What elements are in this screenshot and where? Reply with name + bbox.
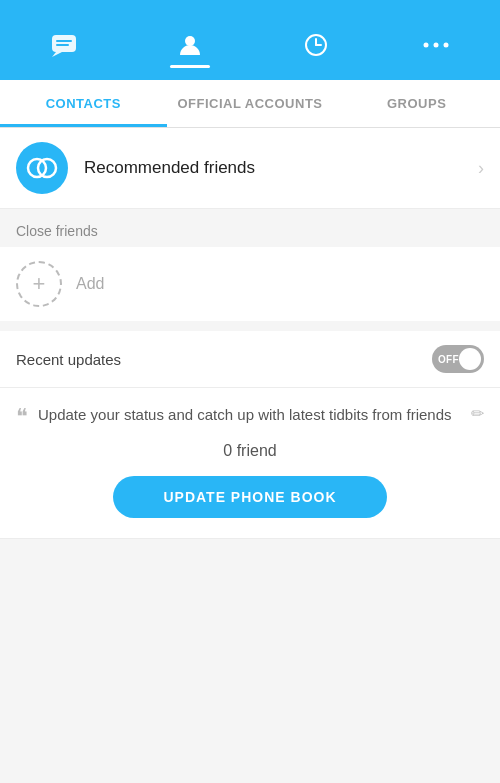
status-section: ❝ Update your status and catch up with l… — [0, 388, 500, 539]
add-friend-button[interactable]: + — [16, 261, 62, 307]
quote-icon: ❝ — [16, 406, 28, 428]
tab-bar: CONTACTS OFFICIAL ACCOUNTS GROUPS — [0, 80, 500, 128]
chat-nav-button[interactable] — [50, 31, 78, 72]
status-row: ❝ Update your status and catch up with l… — [16, 404, 484, 428]
tab-official-accounts[interactable]: OFFICIAL ACCOUNTS — [167, 80, 334, 127]
history-nav-button[interactable] — [302, 31, 330, 72]
app-header — [0, 0, 500, 80]
recent-updates-label: Recent updates — [16, 351, 121, 368]
tab-groups[interactable]: GROUPS — [333, 80, 500, 127]
svg-point-4 — [185, 36, 195, 46]
main-content: Recommended friends › Close friends + Ad… — [0, 128, 500, 539]
status-quote-text: Update your status and catch up with lat… — [38, 404, 484, 427]
recent-updates-row: Recent updates OFF — [0, 331, 500, 388]
svg-marker-1 — [52, 52, 62, 57]
contacts-nav-button[interactable] — [170, 31, 210, 72]
add-friend-label: Add — [76, 275, 104, 293]
recommended-friends-label: Recommended friends — [84, 158, 478, 178]
recommended-friends-row[interactable]: Recommended friends › — [0, 128, 500, 209]
more-nav-button[interactable] — [422, 40, 450, 63]
edit-status-icon[interactable]: ✏ — [471, 404, 484, 423]
update-phone-book-button[interactable]: UPDATE PHONE BOOK — [113, 476, 386, 518]
chevron-right-icon: › — [478, 158, 484, 179]
friend-count-label: 0 friend — [223, 442, 276, 460]
toggle-knob — [459, 348, 481, 370]
svg-point-10 — [444, 43, 449, 48]
svg-point-8 — [424, 43, 429, 48]
svg-rect-0 — [52, 35, 76, 52]
header-nav — [20, 31, 480, 72]
recent-updates-toggle[interactable]: OFF — [432, 345, 484, 373]
toggle-state-label: OFF — [438, 354, 459, 365]
add-friend-row: + Add — [0, 247, 500, 321]
close-friends-section-label: Close friends — [0, 209, 500, 247]
tab-contacts[interactable]: CONTACTS — [0, 80, 167, 127]
svg-point-9 — [434, 43, 439, 48]
recommended-friends-icon — [16, 142, 68, 194]
